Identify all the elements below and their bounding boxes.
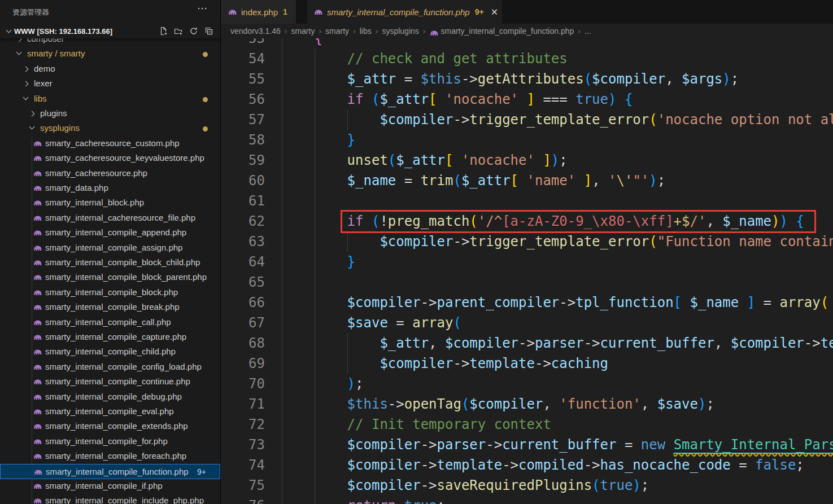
- code-line-54[interactable]: 54 // check and get attributes: [221, 49, 833, 69]
- tree-item-smarty-internal-compile-foreach-php[interactable]: smarty_internal_compile_foreach.php: [0, 449, 220, 464]
- workspace-section-header[interactable]: WWW [SSH: 192.168.173.66]: [0, 24, 220, 38]
- code-line-text: $_name = trim($_attr[ 'name' ], '\'"');: [282, 170, 665, 191]
- code-line-text: unset($_attr[ 'nocache' ]);: [282, 150, 568, 170]
- code-line-64[interactable]: 64 }: [221, 252, 833, 272]
- file-label: smarty_internal_compile_include_php.php: [45, 496, 204, 504]
- code-editor[interactable]: 53 {54 // check and get attributes55 $_a…: [221, 38, 833, 504]
- code-line-71[interactable]: 71 $this->openTag($compiler, 'function',…: [221, 394, 833, 414]
- breadcrumb-item[interactable]: smarty: [291, 27, 315, 36]
- code-line-63[interactable]: 63 $compiler->trigger_template_error("Fu…: [221, 231, 833, 252]
- code-line-66[interactable]: 66 $compiler->parent_compiler->tpl_funct…: [221, 292, 833, 313]
- tree-item-smarty-internal-compile-break-php[interactable]: smarty_internal_compile_break.php: [0, 300, 220, 315]
- code-lines: 53 {54 // check and get attributes55 $_a…: [221, 38, 833, 504]
- code-line-text: $_attr, $compiler->parser->current_buffe…: [282, 333, 833, 353]
- chevron-right-icon: [29, 111, 35, 117]
- tree-item-smarty-internal-compile-block-parent-php[interactable]: smarty_internal_compile_block_parent.php: [0, 270, 220, 285]
- code-line-56[interactable]: 56 if ($_attr[ 'nocache' ] === true) {: [221, 89, 833, 109]
- code-line-57[interactable]: 57 $compiler->trigger_template_error('no…: [221, 109, 833, 130]
- code-line-75[interactable]: 75 $compiler->saveRequiredPlugins(true);: [221, 475, 833, 496]
- modified-dot-badge: [203, 97, 208, 102]
- breadcrumb-item[interactable]: vendorv3.1.46: [230, 27, 281, 36]
- tree-item-smarty-data-php[interactable]: smarty_data.php: [0, 181, 220, 196]
- tree-item-smarty-internal-compile-block-php[interactable]: smarty_internal_compile_block.php: [0, 285, 220, 300]
- code-line-73[interactable]: 73 $compiler->parser->current_buffer = n…: [221, 435, 833, 455]
- modified-dot-badge: [203, 52, 208, 57]
- new-folder-icon[interactable]: [174, 27, 183, 36]
- line-number: 63: [221, 231, 265, 252]
- file-label: smarty_internal_compile_foreach.php: [45, 451, 186, 461]
- code-line-70[interactable]: 70 );: [221, 374, 833, 394]
- tree-item-smarty-cacheresource-keyvaluestore-php[interactable]: smarty_cacheresource_keyvaluestore.php: [0, 151, 220, 166]
- tree-item-smarty-internal-compile-extends-php[interactable]: smarty_internal_compile_extends.php: [0, 419, 220, 434]
- more-actions-icon[interactable]: ⋯: [197, 2, 208, 15]
- line-number: 62: [221, 211, 265, 231]
- code-line-53[interactable]: 53 {: [221, 38, 833, 49]
- code-line-67[interactable]: 67 $save = array(: [221, 313, 833, 333]
- refresh-icon[interactable]: [189, 27, 198, 36]
- breadcrumb-item[interactable]: sysplugins: [382, 27, 418, 36]
- tree-item-smarty-internal-compile-config-load-php[interactable]: smarty_internal_compile_config_load.php: [0, 360, 220, 375]
- chevron-right-icon: ›: [423, 27, 426, 36]
- tab-badge: 1: [283, 7, 287, 16]
- new-file-icon[interactable]: [159, 27, 168, 36]
- tree-item-smarty-internal-compile-continue-php[interactable]: smarty_internal_compile_continue.php: [0, 374, 220, 389]
- close-icon[interactable]: ✕: [491, 7, 498, 17]
- folder-label: smarty / smarty: [27, 49, 85, 58]
- code-line-74[interactable]: 74 $compiler->template->compiled->has_no…: [221, 455, 833, 475]
- tree-item-demo[interactable]: demo: [0, 62, 220, 77]
- breadcrumb-file[interactable]: smarty_internal_compile_function.php: [441, 27, 574, 36]
- breadcrumb-tail[interactable]: ...: [585, 27, 591, 36]
- tree-item-plugins[interactable]: plugins: [0, 106, 220, 121]
- breadcrumb-item[interactable]: libs: [360, 27, 372, 36]
- file-label: smarty_internal_compile_extends.php: [45, 421, 188, 431]
- tree-item-smarty-internal-compile-debug-php[interactable]: smarty_internal_compile_debug.php: [0, 389, 220, 405]
- file-label: smarty_internal_block.php: [45, 198, 144, 207]
- workspace-section-label: WWW [SSH: 192.168.173.66]: [14, 27, 112, 36]
- line-number: 60: [221, 170, 265, 191]
- tree-item-smarty-internal-compile-append-php[interactable]: smarty_internal_compile_append.php: [0, 225, 220, 240]
- tree-item-smarty-internal-compile-include-php-php[interactable]: smarty_internal_compile_include_php.php: [0, 493, 220, 504]
- code-line-72[interactable]: 72 // Init temporary context: [221, 414, 833, 435]
- tree-item-smarty-internal-compile-if-php[interactable]: smarty_internal_compile_if.php: [0, 479, 220, 494]
- chevron-down-icon: [29, 124, 35, 130]
- tree-item-smarty-internal-compile-child-php[interactable]: smarty_internal_compile_child.php: [0, 344, 220, 360]
- file-label: smarty_internal_compile_for.php: [45, 436, 168, 446]
- breadcrumb-item[interactable]: smarty: [325, 27, 349, 36]
- tree-item-smarty-internal-block-php[interactable]: smarty_internal_block.php: [0, 195, 220, 211]
- code-line-58[interactable]: 58 }: [221, 130, 833, 150]
- tab-index-php[interactable]: index.php 1: [221, 0, 296, 24]
- class-name-link[interactable]: Smarty_Internal_Pars: [674, 437, 833, 453]
- tree-item-smarty-smarty[interactable]: smarty / smarty: [0, 46, 220, 62]
- tree-item-smarty-cacheresource-php[interactable]: smarty_cacheresource.php: [0, 166, 220, 181]
- code-line-68[interactable]: 68 $_attr, $compiler->parser->current_bu…: [221, 333, 833, 353]
- line-number: 68: [221, 333, 265, 353]
- tree-item-smarty-internal-compile-capture-php[interactable]: smarty_internal_compile_capture.php: [0, 330, 220, 345]
- folder-label: libs: [34, 94, 47, 103]
- code-line-60[interactable]: 60 $_name = trim($_attr[ 'name' ], '\'"'…: [221, 170, 833, 191]
- php-icon: [33, 198, 42, 208]
- tree-item-smarty-internal-compile-for-php[interactable]: smarty_internal_compile_for.php: [0, 434, 220, 449]
- tree-item-smarty-internal-compile-eval-php[interactable]: smarty_internal_compile_eval.php: [0, 404, 220, 419]
- php-icon: [33, 273, 42, 282]
- tree-item-smarty-cacheresource-custom-php[interactable]: smarty_cacheresource_custom.php: [0, 136, 220, 151]
- tree-item-smarty-internal-compile-call-php[interactable]: smarty_internal_compile_call.php: [0, 315, 220, 330]
- code-line-61[interactable]: 61: [221, 191, 833, 211]
- tab-smarty-internal-compile-function-php[interactable]: smarty_internal_compile_function.php 9+ …: [307, 0, 502, 24]
- tree-item-smarty-internal-compile-block-child-php[interactable]: smarty_internal_compile_block_child.php: [0, 255, 220, 270]
- section-actions: [159, 27, 213, 36]
- collapse-all-icon[interactable]: [204, 27, 213, 36]
- tree-item-libs[interactable]: libs: [0, 91, 220, 107]
- code-line-55[interactable]: 55 $_attr = $this->getAttributes($compil…: [221, 69, 833, 89]
- tree-item-smarty-internal-cacheresource-file-php[interactable]: smarty_internal_cacheresource_file.php: [0, 211, 220, 226]
- code-line-59[interactable]: 59 unset($_attr[ 'nocache' ]);: [221, 150, 833, 170]
- file-tree: composersmarty / smartydemolexerlibsplug…: [0, 0, 220, 504]
- tree-item-sysplugins[interactable]: sysplugins: [0, 121, 220, 136]
- tree-item-lexer[interactable]: lexer: [0, 76, 220, 91]
- tree-item-smarty-internal-compile-function-php[interactable]: smarty_internal_compile_function.php9+: [0, 464, 220, 479]
- highlight-annotation-box: [341, 210, 816, 233]
- code-line-text: $compiler->template->compiled->has_nocac…: [282, 455, 804, 475]
- code-line-76[interactable]: 76 return true;: [221, 496, 833, 504]
- code-line-65[interactable]: 65: [221, 272, 833, 292]
- code-line-69[interactable]: 69 $compiler->template->caching: [221, 353, 833, 374]
- tree-item-smarty-internal-compile-assign-php[interactable]: smarty_internal_compile_assign.php: [0, 240, 220, 256]
